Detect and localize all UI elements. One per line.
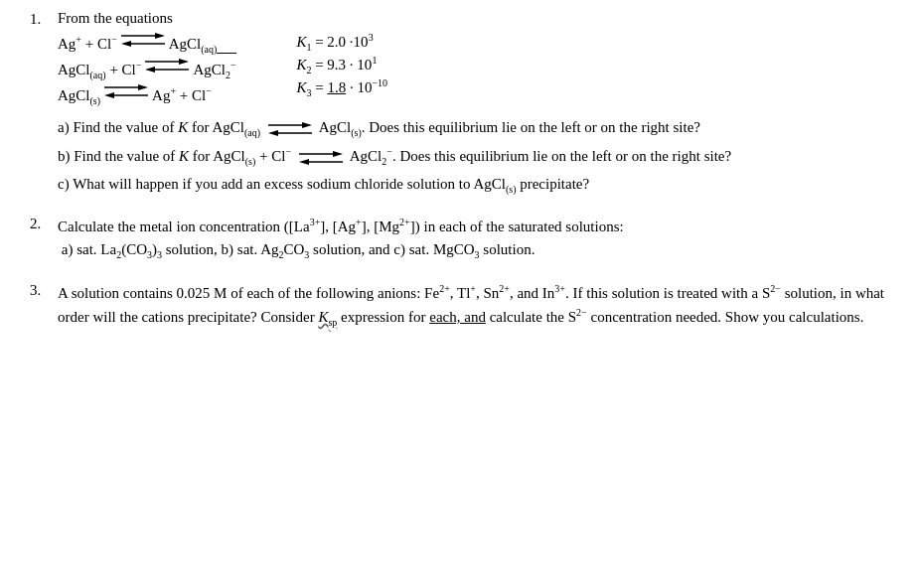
k3-underline: 1.8 <box>327 79 346 95</box>
eq2-arrow <box>145 57 189 74</box>
eq3-left: AgCl(s) <box>58 87 100 106</box>
equation-2: AgCl(aq) + Cl− AgCl2− <box>58 57 236 80</box>
problem-1-content: From the equations Ag+ + Cl− AgCl(aq) <box>58 10 888 197</box>
problem-1-intro: From the equations <box>58 10 888 27</box>
part-c-text: c) What will happen if you add an excess… <box>58 176 589 192</box>
eq3-arrow <box>104 82 148 100</box>
problem-1: 1. From the equations Ag+ + Cl− AgCl(aq) <box>30 10 888 197</box>
problem-number-1: 1. <box>30 10 58 28</box>
problem-1-questions: a) Find the value of K for AgCl(aq) AgCl… <box>58 116 888 197</box>
eq2-right: AgCl2− <box>193 60 235 80</box>
each-and-underline: each, and <box>429 309 486 325</box>
part-b-arrow <box>299 149 343 167</box>
eq3-right: Ag+ + Cl− <box>152 85 212 104</box>
svg-marker-11 <box>104 92 114 98</box>
problem-2-text: Calculate the metal ion concentration ([… <box>58 219 624 257</box>
svg-marker-3 <box>121 41 131 47</box>
equations-right: K1 = 2.0 ·103 K2 = 9.3 · 101 K3 = 1.8 · … <box>296 31 387 106</box>
eq1-right: AgCl(aq) <box>169 36 218 55</box>
part-a: a) Find the value of K for AgCl(aq) AgCl… <box>58 116 888 140</box>
equations-left: Ag+ + Cl− AgCl(aq) AgCl(aq) + Cl− <box>58 31 236 106</box>
k3-value: K3 = 1.8 · 10−10 <box>296 77 387 98</box>
eq2-left: AgCl(aq) + Cl− <box>58 60 141 80</box>
k1-value: K1 = 2.0 ·103 <box>296 32 387 53</box>
equation-1: Ag+ + Cl− AgCl(aq) <box>58 31 236 55</box>
problem-3-content: A solution contains 0.025 M of each of t… <box>58 281 888 331</box>
svg-marker-7 <box>145 67 155 73</box>
part-a-arrow <box>268 120 312 138</box>
k2-value: K2 = 9.3 · 101 <box>296 55 387 75</box>
svg-marker-9 <box>138 84 148 90</box>
part-b-right: AgCl2−. Does this equilibrium lie on the… <box>350 148 731 164</box>
problem-3-text: A solution contains 0.025 M of each of t… <box>58 285 884 325</box>
problem-number-2: 2. <box>30 215 58 232</box>
equation-3: AgCl(s) Ag+ + Cl− <box>58 82 236 106</box>
eq1-left: Ag+ + Cl− <box>58 34 117 53</box>
ksp-label: K <box>318 309 328 325</box>
part-c: c) What will happen if you add an excess… <box>58 173 888 197</box>
part-a-right: AgCl(s). Does this equilibrium lie on th… <box>319 119 700 135</box>
part-b-label: b) Find the value of K for AgCl(s) + Cl− <box>58 148 291 164</box>
svg-marker-19 <box>299 159 309 165</box>
svg-marker-5 <box>179 59 189 65</box>
svg-marker-13 <box>302 122 312 128</box>
problem-2: 2. Calculate the metal ion concentration… <box>30 215 888 263</box>
part-b: b) Find the value of K for AgCl(s) + Cl−… <box>58 144 888 169</box>
svg-marker-15 <box>268 130 278 136</box>
part-a-label: a) Find the value of K for AgCl(aq) <box>58 119 260 135</box>
equations-block: Ag+ + Cl− AgCl(aq) AgCl(aq) + Cl− <box>58 31 888 106</box>
svg-marker-17 <box>333 151 343 157</box>
problem-2-content: Calculate the metal ion concentration ([… <box>58 215 888 263</box>
svg-marker-1 <box>155 33 165 39</box>
problem-3: 3. A solution contains 0.025 M of each o… <box>30 281 888 331</box>
eq1-arrow <box>121 31 165 49</box>
problem-number-3: 3. <box>30 281 58 299</box>
